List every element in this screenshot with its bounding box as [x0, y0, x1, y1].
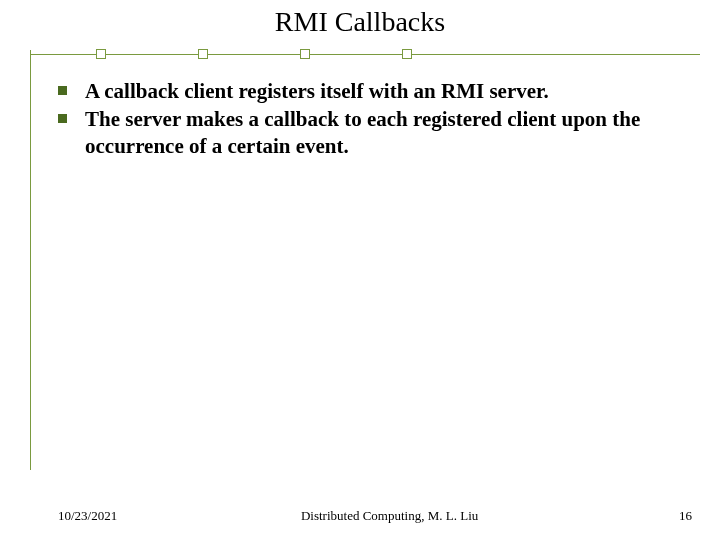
divider-dot-icon: [198, 49, 208, 59]
bullet-icon: [58, 86, 67, 95]
list-item: The server makes a callback to each regi…: [58, 106, 680, 159]
footer-page-number: 16: [662, 508, 692, 524]
footer-date: 10/23/2021: [58, 508, 117, 524]
bullet-text: A callback client registers itself with …: [85, 78, 549, 104]
footer-attribution: Distributed Computing, M. L. Liu: [117, 508, 662, 524]
divider-dots: [96, 49, 412, 59]
bullet-text: The server makes a callback to each regi…: [85, 106, 680, 159]
footer: 10/23/2021 Distributed Computing, M. L. …: [0, 508, 720, 524]
left-vertical-rule: [30, 50, 31, 470]
slide-title: RMI Callbacks: [0, 0, 720, 46]
title-divider: [30, 46, 700, 64]
bullet-icon: [58, 114, 67, 123]
divider-dot-icon: [300, 49, 310, 59]
content-area: A callback client registers itself with …: [0, 64, 720, 159]
slide: RMI Callbacks A callback client register…: [0, 0, 720, 540]
list-item: A callback client registers itself with …: [58, 78, 680, 104]
divider-dot-icon: [96, 49, 106, 59]
divider-dot-icon: [402, 49, 412, 59]
